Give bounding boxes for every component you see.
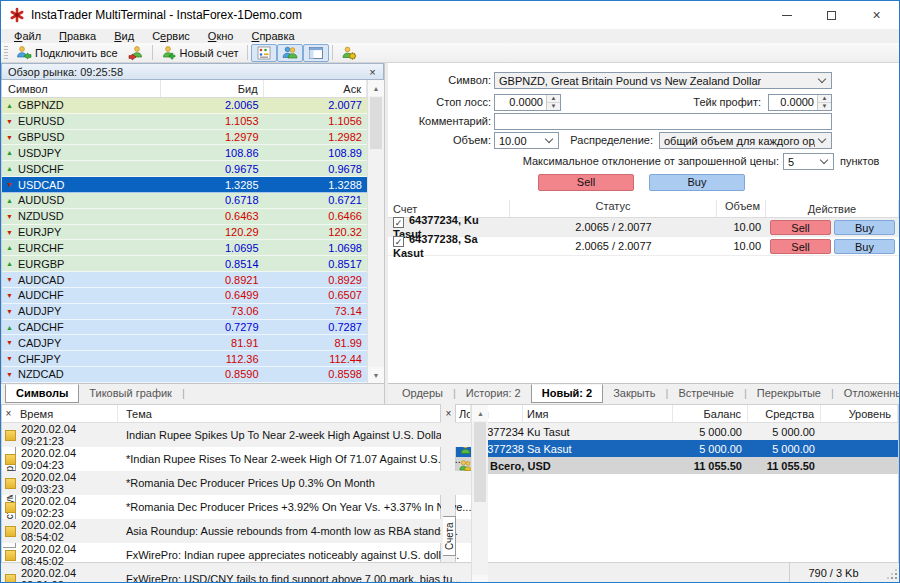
scrollbar-thumb[interactable] [370,97,382,149]
trade-tab-6[interactable]: Перекрытые [747,385,831,402]
disconnect-all-button[interactable] [123,44,149,62]
scroll-down-icon[interactable]: ▼ [472,575,488,583]
menu-item[interactable]: Справка [242,29,303,43]
scroll-up-icon[interactable]: ▲ [368,80,384,96]
menu-item[interactable]: Сервис [143,29,199,43]
account-row[interactable]: 64377238Sa Kasut5 000.005 000.00 [456,440,898,457]
buy-button[interactable]: Buy [649,174,745,191]
deviation-select[interactable]: 5 [783,153,834,170]
minimize-button[interactable] [764,1,809,29]
trend-down-icon: ▼ [6,276,13,283]
market-watch-row[interactable]: ▼EURJPY120.29120.32 [2,225,367,241]
market-watch-row[interactable]: ▼AUDCAD0.89210.8929 [2,272,367,288]
row-sell-button[interactable]: Sell [770,239,831,254]
column-header-bid[interactable]: Бид [161,80,263,97]
market-watch-tab-2[interactable]: Тиковый график [79,385,182,402]
trade-tab-5[interactable]: Встречные [668,385,744,402]
column-header-level[interactable]: Уровень [821,405,898,422]
account-checkbox[interactable]: ✓ [393,217,404,228]
toggle-accounts-button[interactable] [277,44,303,62]
column-header-action[interactable]: Действие [766,200,899,217]
sell-button[interactable]: Sell [538,174,634,191]
menu-item[interactable]: Правка [50,29,105,43]
toggle-toolbox-button[interactable] [303,44,329,62]
comment-input[interactable] [494,113,832,130]
news-row[interactable]: 2020.02.04 09:04:23*Indian Rupee Rises T… [2,447,471,471]
column-header-time[interactable]: Время [2,405,118,422]
market-watch-row[interactable]: ▼GBPUSD1.29791.2982 [2,130,367,146]
accounts-vertical-tab[interactable]: Счета [443,516,456,556]
window-title: InstaTrader MultiTerminal - InstaForex-1… [31,8,302,22]
column-header-symbol[interactable]: Символ [2,80,161,97]
stop-loss-stepper[interactable]: 0.0000 ▲▼ [494,94,561,111]
trade-tab-1[interactable]: Ордеры [392,385,453,402]
news-scrollbar[interactable]: ▲ ▼ [471,405,488,583]
market-watch-row[interactable]: ▼CADJPY81.9181.99 [2,335,367,351]
menu-item[interactable]: Вид [105,29,143,43]
trade-tab-3[interactable]: Новый: 2 [531,384,603,403]
spin-arrows-icon[interactable]: ▲▼ [817,95,831,110]
distribution-select[interactable]: общий объем для каждого ордера [659,132,832,149]
market-watch-row[interactable]: ▲EURGBP0.85140.8517 [2,256,367,272]
news-row[interactable]: 2020.02.04 09:21:23Indian Rupee Spikes U… [2,423,471,447]
market-watch-row[interactable]: ▲CADCHF0.72790.7287 [2,320,367,336]
spin-arrows-icon[interactable]: ▲▼ [546,95,560,110]
resize-grip-icon[interactable] [883,565,899,581]
market-watch-row[interactable]: ▼EURUSD1.10531.1056 [2,114,367,130]
menu-item[interactable]: Файл [5,29,50,43]
account-checkbox[interactable]: ✓ [393,236,404,247]
column-header-balance[interactable]: Баланс [673,405,748,422]
row-sell-button[interactable]: Sell [770,220,831,235]
accounts-close-icon[interactable]: × [443,408,454,419]
trade-tab-2[interactable]: История: 2 [456,385,531,402]
column-header-name[interactable]: Имя [523,405,673,422]
trade-tab-7[interactable]: Отложенный: 2 [834,385,899,402]
scrollbar-thumb[interactable] [474,422,486,502]
market-watch-tab-1[interactable]: Символы [5,384,79,403]
market-watch-row[interactable]: ▼NZDCAD0.85900.8598 [2,367,367,383]
row-buy-button[interactable]: Buy [834,220,895,235]
scroll-up-icon[interactable]: ▲ [472,405,488,421]
toolbar-grip[interactable] [4,46,8,60]
market-watch-row[interactable]: ▼AUDJPY73.0673.14 [2,304,367,320]
ask-value: 81.99 [264,337,367,349]
maximize-button[interactable] [809,1,854,29]
market-watch-row[interactable]: ▲EURCHF1.06951.0698 [2,240,367,256]
market-watch-row[interactable]: ▲GBPNZD2.00652.0077 [2,98,367,114]
news-row[interactable]: 2020.02.04 08:45:02FxWirePro: Indian rup… [2,543,471,567]
connect-all-button[interactable]: Подключить все [11,44,123,62]
trend-down-icon: ▼ [6,181,13,188]
column-header-theme[interactable]: Тема [118,405,471,422]
close-button[interactable]: × [854,1,899,29]
menu-item[interactable]: Окно [199,29,243,43]
account-row[interactable]: 64377234Ku Tasut5 000.005 000.00 [456,423,898,440]
news-row[interactable]: 2020.02.04 08:54:02Asia Roundup: Aussie … [2,519,471,543]
market-watch-scrollbar[interactable]: ▲ ▼ [367,80,384,383]
new-account-button[interactable]: Новый счет [156,44,244,62]
news-row[interactable]: 2020.02.04 09:02:23*Romania Dec Producer… [2,495,471,519]
take-profit-stepper[interactable]: 0.0000 ▲▼ [768,94,832,111]
symbol-name: AUDJPY [18,305,61,317]
market-watch-row[interactable]: ▼CHFJPY112.36112.44 [2,351,367,367]
news-row[interactable]: 2020.02.04 08:31:03FxWirePro: USD/CNY fa… [2,567,471,583]
trade-tab-4[interactable]: Закрыть [603,385,665,402]
market-watch-close-icon[interactable]: × [366,66,379,78]
news-row[interactable]: 2020.02.04 09:03:23*Romania Dec Producer… [2,471,471,495]
account-settings-button[interactable] [336,44,362,62]
symbol-select[interactable]: GBPNZD, Great Britain Pound vs New Zeala… [494,72,832,89]
market-watch-row[interactable]: ▲USDJPY108.86108.89 [2,145,367,161]
column-header-status[interactable]: Статус [510,200,717,217]
column-header-equity[interactable]: Средства [748,405,821,422]
market-watch-row[interactable]: ▲AUDUSD0.67180.6721 [2,193,367,209]
column-header-volume[interactable]: Объем [717,200,766,217]
market-watch-row[interactable]: ▼AUDCHF0.64990.6507 [2,288,367,304]
column-header-ask[interactable]: Аск [264,80,367,97]
market-watch-row[interactable]: ▲USDCHF0.96750.9678 [2,161,367,177]
market-watch-row[interactable]: ▼USDCAD1.32851.3288 [2,177,367,193]
market-watch-row[interactable]: ▼NZDUSD0.64630.6466 [2,209,367,225]
row-buy-button[interactable]: Buy [834,239,895,254]
toggle-market-watch-button[interactable] [251,44,277,62]
scroll-down-icon[interactable]: ▼ [368,367,384,383]
trend-down-icon: ▼ [6,308,13,315]
order-account-row[interactable]: ✓64377238, Sa Kasut2.0065 / 2.007710.00S… [388,237,899,256]
